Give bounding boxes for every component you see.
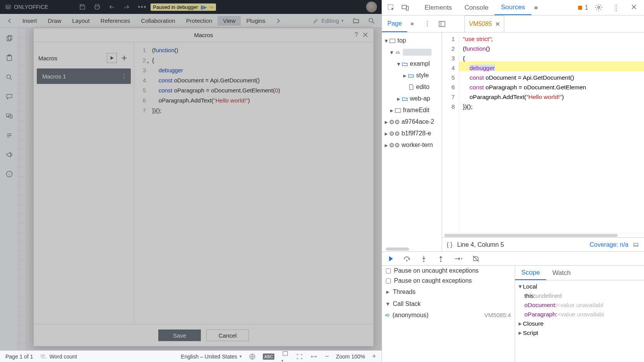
device-toggle-icon[interactable]: [401, 3, 409, 12]
deactivate-breakpoints-icon[interactable]: [472, 255, 480, 263]
svg-text:123: 123: [40, 354, 45, 357]
resume-icon[interactable]: [386, 255, 394, 263]
svg-point-20: [423, 261, 424, 262]
search-side-icon[interactable]: [5, 73, 13, 81]
language-picker[interactable]: English – United States ▾: [181, 353, 242, 360]
tabs-overflow-icon[interactable]: »: [534, 3, 543, 12]
track-changes-icon[interactable]: ▾: [281, 350, 289, 362]
tab-console[interactable]: Console: [458, 0, 495, 15]
inspect-element-icon[interactable]: [387, 3, 396, 12]
svg-rect-12: [406, 6, 409, 10]
nav-kebab-icon[interactable]: ⋮: [424, 20, 432, 28]
source-file-tab[interactable]: VM5085 ✕: [464, 15, 504, 32]
info-icon[interactable]: [5, 170, 13, 178]
scope-panel[interactable]: ▾Local this: undefined oDocument: <value…: [515, 280, 644, 362]
svg-rect-16: [390, 39, 395, 43]
editing-mode[interactable]: Editing ▾: [308, 17, 348, 24]
copy-icon[interactable]: [5, 35, 13, 43]
step-over-icon[interactable]: [403, 255, 411, 263]
tab-elements[interactable]: Elements: [418, 0, 458, 15]
search-icon[interactable]: [368, 17, 375, 25]
devtools-close-icon[interactable]: [630, 3, 639, 12]
heading-icon[interactable]: [5, 131, 13, 139]
more-icon[interactable]: •••: [138, 3, 147, 10]
svg-rect-18: [634, 243, 638, 246]
code-h-scrollbar[interactable]: [442, 233, 644, 237]
zoom-in-icon[interactable]: +: [372, 352, 376, 360]
save-button[interactable]: Save: [158, 330, 201, 341]
menu-draw[interactable]: Draw: [43, 16, 67, 26]
brand-label: ONLYOFFICE: [14, 4, 48, 10]
scope-tab[interactable]: Scope: [515, 266, 546, 280]
pretty-print-icon[interactable]: { }: [447, 241, 452, 248]
step-out-icon[interactable]: [437, 255, 445, 263]
source-tab-close-icon[interactable]: ✕: [495, 20, 500, 28]
word-count[interactable]: 123 Word count: [40, 353, 77, 360]
step-icon[interactable]: [454, 255, 462, 263]
macro-code-editor[interactable]: 1 2 ▾ ⚠3 i4 i5 i6 7 (function() { debugg…: [134, 42, 373, 324]
pin-icon[interactable]: [632, 242, 639, 248]
close-icon[interactable]: [362, 31, 369, 38]
fit-width-icon[interactable]: [310, 353, 318, 360]
avatar[interactable]: [366, 2, 377, 12]
settings-icon[interactable]: [595, 3, 603, 12]
run-macro-button[interactable]: [107, 53, 117, 63]
pause-caught-checkbox[interactable]: Pause on caught exceptions: [382, 276, 515, 286]
page-indicator[interactable]: Page 1 of 1: [5, 353, 33, 360]
menu-plugins[interactable]: Plugins: [241, 16, 271, 26]
issues-badge[interactable]: 1: [577, 4, 588, 11]
nav-tab-page[interactable]: Page: [382, 15, 407, 32]
callstack-section[interactable]: ▾Call Stack: [382, 298, 515, 310]
kebab-icon[interactable]: ⋮: [613, 3, 621, 12]
print-icon[interactable]: [94, 3, 101, 10]
macros-list-item[interactable]: Macros 1 ⋮: [37, 68, 131, 84]
chat-icon[interactable]: [5, 112, 13, 120]
redo-icon[interactable]: [123, 3, 130, 10]
callstack-frame[interactable]: ➪ (anonymous) VM5085:4: [382, 310, 515, 320]
menu-view[interactable]: View: [218, 16, 241, 26]
save-icon[interactable]: [79, 3, 86, 10]
zoom-out-icon[interactable]: −: [325, 352, 329, 360]
watch-tab[interactable]: Watch: [546, 266, 577, 280]
paste-icon[interactable]: [5, 54, 13, 62]
help-icon[interactable]: ?: [355, 31, 358, 38]
devtools-top-bar: Elements Console Sources » 1 ⋮: [382, 0, 644, 15]
resume-mini-icon[interactable]: ▮▶: [200, 4, 207, 10]
menu-more-icon[interactable]: [275, 17, 282, 24]
cancel-button[interactable]: Cancel: [206, 330, 249, 341]
nav-overflow-icon[interactable]: »: [410, 20, 418, 28]
add-macro-button[interactable]: [119, 53, 129, 63]
undo-icon[interactable]: [108, 3, 115, 10]
globe-icon[interactable]: [249, 353, 256, 360]
open-location-icon[interactable]: [352, 17, 360, 25]
macros-panel-label: Macros: [38, 55, 107, 61]
step-into-icon[interactable]: [420, 255, 428, 263]
menu-collaboration[interactable]: Collaboration: [135, 16, 180, 26]
zoom-level[interactable]: Zoom 100%: [336, 353, 365, 360]
item-menu-icon[interactable]: ⋮: [121, 73, 127, 80]
menu-insert[interactable]: Insert: [17, 16, 43, 26]
menu-references[interactable]: References: [95, 16, 136, 26]
svg-rect-17: [395, 109, 401, 113]
vertical-ruler: [19, 28, 26, 350]
spellcheck-icon[interactable]: ABC: [263, 353, 275, 360]
show-navigator-icon[interactable]: [438, 20, 446, 28]
tree-scrollbar[interactable]: [382, 248, 442, 251]
tab-sources[interactable]: Sources: [495, 0, 531, 15]
comments-icon[interactable]: [5, 93, 13, 101]
pause-uncaught-checkbox[interactable]: Pause on uncaught exceptions: [382, 266, 515, 276]
fit-page-icon[interactable]: [296, 353, 303, 360]
coverage-indicator[interactable]: Coverage: n/a: [589, 241, 629, 248]
pencil-icon: [313, 18, 319, 24]
step-mini-icon[interactable]: ⤼: [209, 4, 214, 10]
devtools-code-viewer[interactable]: 12345678 "use strict"; (function() { deb…: [442, 32, 644, 233]
menu-protection[interactable]: Protection: [181, 16, 218, 26]
redacted-domain: [403, 49, 432, 56]
threads-section[interactable]: ▸Threads: [382, 286, 515, 298]
back-icon[interactable]: [6, 17, 13, 24]
navigator-tree[interactable]: ▾top ▾ ▾exampl ▸style ▸edito ▸web-ap ▸fr…: [382, 32, 442, 251]
feedback-icon[interactable]: [5, 151, 13, 159]
menu-layout[interactable]: Layout: [67, 16, 95, 26]
debugger-paused-badge[interactable]: Paused in debugger ▮▶ ⤼: [151, 3, 216, 11]
svg-rect-9: [283, 351, 288, 355]
